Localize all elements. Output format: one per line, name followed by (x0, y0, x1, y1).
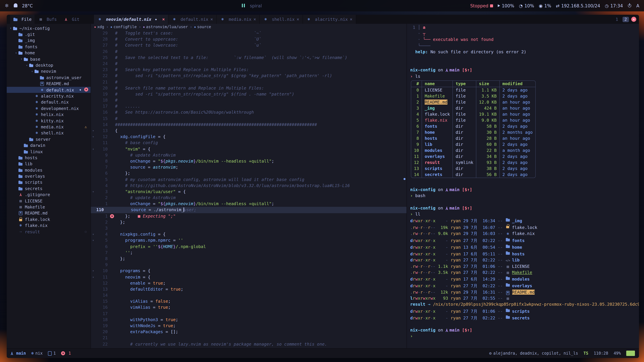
code-line[interactable]: 13 defaultEditor = true; (91, 286, 406, 292)
code-line[interactable]: 14######################################… (91, 122, 406, 128)
close-buffer-button[interactable]: × (296, 17, 299, 22)
code-line[interactable]: 21 (91, 335, 406, 341)
code-line[interactable]: ▾12 xdg.configFile = { (91, 134, 406, 140)
code-line[interactable]: 22 # currently we use lazy.nvim as neovi… (91, 341, 406, 347)
tree-item[interactable]: ▾desktop (7, 62, 90, 68)
code-line[interactable]: 28# Convert to uppercase: `U` (91, 36, 406, 42)
code-line[interactable]: 15# (91, 115, 406, 121)
code-line[interactable]: 7 source = astronvim; (91, 164, 406, 170)
tree-item[interactable]: ▾base (7, 56, 90, 62)
tree-item[interactable]: default.nix (7, 87, 90, 93)
tree-item[interactable]: flake.lock (7, 216, 90, 222)
tree-item[interactable]: .git (7, 31, 90, 37)
code-line[interactable]: ▾5 programs.npm.npmrc = '' (91, 238, 406, 244)
code-line[interactable]: 8 }; (91, 256, 406, 262)
code-line[interactable]: ▾4 nixpkgs.config = { (91, 231, 406, 237)
clock-widget[interactable]: ◷17:34 (605, 3, 623, 8)
code-line[interactable]: 19# sed -ri "s/pattern_str/replace_str/g… (91, 91, 406, 97)
ghost-icon[interactable] (14, 3, 17, 8)
tree-item[interactable]: shell.nix (7, 130, 90, 136)
power-icon[interactable] (628, 4, 632, 8)
close-buffer-button[interactable]: × (254, 17, 256, 22)
code-line[interactable]: ▾10 programs = { (91, 268, 406, 274)
lsp-clients[interactable]: ⚙alejandra, deadnix, copilot, nil_ls (489, 351, 578, 356)
tree-item[interactable]: hosts (7, 155, 90, 161)
keyboard-layout[interactable]: A (636, 3, 639, 8)
code-line[interactable]: ▾13{ (91, 128, 406, 134)
code-line[interactable]: 16# See https://astronvim.com/Basic%20Us… (91, 109, 406, 115)
code-line[interactable]: 20# Search file name pattern and Replace… (91, 85, 406, 91)
file-tree-sidebar[interactable]: ▾~/nix-config.git_imgfonts▾home▾base▾des… (7, 24, 91, 348)
code-line[interactable]: 23# Search key pattern and Replace in Mu… (91, 67, 406, 73)
tree-item[interactable]: README.md (7, 81, 90, 87)
code-line[interactable]: 25# Save the selected text to a file: `:… (91, 55, 406, 61)
tree-item[interactable]: scripts (7, 179, 90, 186)
buffer-tab[interactable]: media.nix× (217, 15, 260, 24)
buffer-tab[interactable]: shell.nix× (260, 15, 303, 24)
close-tab-button[interactable]: × (631, 17, 636, 22)
buffer-tab[interactable]: neovim/default.nix× (94, 15, 168, 24)
code-line[interactable]: 1 onChange = "${pkgs.neovim}/bin/nvim --… (91, 201, 406, 207)
code-line[interactable]: 3 (91, 225, 406, 231)
tree-item[interactable]: _img (7, 37, 90, 44)
git-branch[interactable]: main (11, 351, 26, 356)
close-buffer-button[interactable]: × (210, 17, 213, 22)
volume-widget[interactable]: 100% (498, 3, 514, 8)
code-line[interactable]: 14 (91, 292, 406, 298)
code-line[interactable]: 20 extraPackages = []; (91, 329, 406, 335)
player-status[interactable]: Stopped (470, 3, 493, 8)
code-line[interactable]: 17 (91, 311, 406, 317)
code-line[interactable]: 2 # update AstroNvim (91, 195, 406, 201)
code-line[interactable]: 19 withNodeJs = true; (91, 323, 406, 329)
editor-pane[interactable]: ◆xdg›◆configFile›◆astronvim/lua/user›◆so… (91, 24, 406, 348)
code-line[interactable]: 21# (91, 79, 406, 85)
code-line[interactable]: 29# Toggle text's case: `~` (91, 30, 406, 36)
breadcrumb-item[interactable]: ◆configFile (110, 24, 137, 29)
code-line[interactable]: 26# (91, 48, 406, 54)
tree-item[interactable]: alacritty.nix (7, 93, 90, 99)
pause-icon[interactable] (241, 3, 245, 8)
disk-widget[interactable]: ◔10% (519, 3, 534, 8)
code-line[interactable]: 18# (91, 97, 406, 103)
tree-item[interactable]: fonts (7, 43, 90, 50)
terminal-split[interactable]: 1 │ a · ┬ · ╰── executable was not found… (406, 24, 639, 348)
code-line[interactable]: 16 vimAlias = true; (91, 305, 406, 311)
cpu-widget[interactable]: ◉1% (539, 3, 551, 8)
tree-item[interactable]: ▾neovim (7, 68, 90, 74)
tree-item[interactable]: media.nix (7, 124, 90, 130)
code-line[interactable]: ▾3 "astronvim/lua/user" = { (91, 189, 406, 195)
tree-item[interactable]: astronvim_user (7, 74, 90, 81)
tree-item[interactable]: Makefile (7, 204, 90, 210)
tabpage-1[interactable]: 1 (614, 16, 620, 22)
code-line[interactable]: 110 source = ./astronvim_user; (91, 207, 406, 213)
breadcrumb-item[interactable]: ◆source (194, 24, 211, 29)
tree-item[interactable]: README.md (7, 210, 90, 216)
tree-item[interactable]: helix.nix (7, 111, 90, 118)
code-line[interactable]: 4 # https://github.com/AstroNvim/AstroNv… (91, 183, 406, 189)
code-line[interactable]: 5 # my cusotom astronvim config, astronv… (91, 176, 406, 183)
code-line[interactable]: 9 (91, 262, 406, 268)
code-line[interactable]: 7 ''; (91, 250, 406, 256)
code-buffer[interactable]: 29# Toggle text's case: `~`28# Convert t… (91, 30, 406, 348)
tree-item[interactable]: default.nix (7, 99, 90, 105)
tree-item[interactable]: lib (7, 161, 90, 167)
tree-item[interactable]: linux (7, 148, 90, 155)
tree-item[interactable]: server (7, 136, 90, 142)
code-line[interactable]: 6 }; (91, 170, 406, 176)
code-line[interactable]: 27# Convert to lowercase: `u` (91, 42, 406, 48)
neotree-tab-bufs[interactable]: Bufs (35, 15, 60, 24)
tabpage-2[interactable]: 2 (622, 16, 629, 22)
tree-item[interactable]: kitty.nix (7, 118, 90, 124)
code-line[interactable]: 24# (91, 61, 406, 67)
code-line[interactable]: ▾10 "nvim" = { (91, 146, 406, 152)
code-line[interactable]: 2 }; (91, 219, 406, 225)
tree-item[interactable]: ▾~/nix-config (7, 25, 90, 31)
code-line[interactable]: 17# ...... (91, 103, 406, 109)
code-line[interactable]: 15 viAlias = false; (91, 299, 406, 305)
tree-item[interactable]: .gitignore (7, 192, 90, 198)
tree-item[interactable]: modules (7, 167, 90, 173)
git-modified-count[interactable]: 1 (48, 351, 56, 356)
code-line[interactable]: ▾11 neovim = { (91, 274, 406, 280)
neotree-tab-git[interactable]: Git (60, 15, 82, 24)
buffer-tab[interactable]: default.nix× (168, 15, 217, 24)
